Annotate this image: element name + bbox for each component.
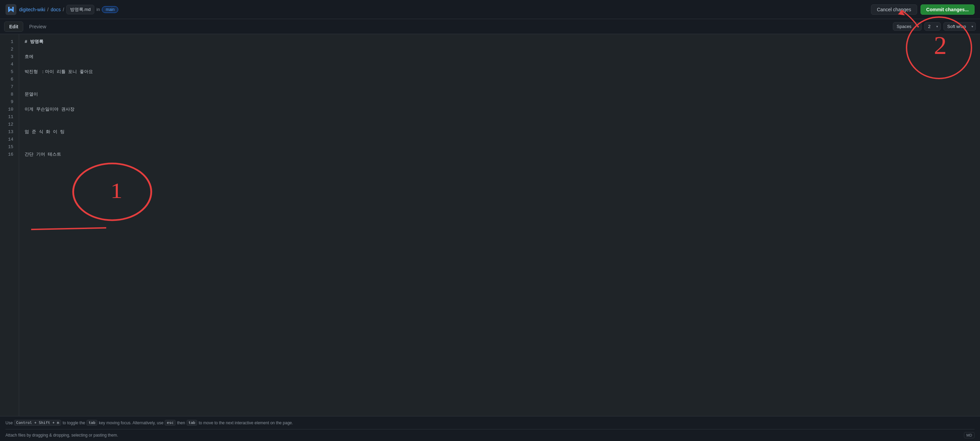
- editor-line: 흐에: [25, 53, 975, 61]
- markdown-icon: MD: [964, 432, 975, 438]
- commit-button[interactable]: Commit changes...: [921, 5, 975, 15]
- annotation-number-1: 1: [110, 178, 123, 202]
- hint-next: to move to the next interactive element …: [199, 420, 293, 425]
- annotation-underline: [31, 228, 106, 229]
- site-logo: [5, 4, 16, 15]
- hint-use: Use: [5, 420, 13, 425]
- editor-line: [25, 98, 975, 106]
- tab-preview[interactable]: Preview: [24, 22, 51, 32]
- line-numbers: 12345678910111213141516: [0, 34, 19, 416]
- editor-line: # 방명록: [25, 38, 975, 46]
- tab-edit[interactable]: Edit: [4, 22, 23, 32]
- spaces-select-wrap: Spaces Tabs ▾: [893, 22, 921, 31]
- hint-then: then: [177, 420, 185, 425]
- sep2: /: [63, 7, 64, 12]
- editor-textarea[interactable]: # 방명록 흐에 박진형 ：마이 리틀 포니 좋아요 문열이 이게 무슨일이야 …: [19, 34, 980, 416]
- editor-line: [25, 136, 975, 143]
- footer: Use Control + Shift + m to toggle the ta…: [0, 416, 980, 441]
- footer-hint: Use Control + Shift + m to toggle the ta…: [5, 416, 975, 429]
- repo-link[interactable]: digitech-wiki: [19, 7, 45, 12]
- editor-line: 이게 무슨일이야 권사장: [25, 106, 975, 113]
- editor-line: [25, 143, 975, 151]
- sep1: /: [47, 7, 49, 12]
- editor-line: 엄 준 식 화 이 팅: [25, 128, 975, 136]
- kbd-esc: esc: [165, 420, 176, 426]
- editor-line: [25, 83, 975, 91]
- attach-label: Attach files by dragging & dropping, sel…: [5, 433, 118, 438]
- editor-line: [25, 61, 975, 68]
- softwrap-select[interactable]: Soft wrap No wrap: [943, 22, 976, 31]
- editor-line: [25, 46, 975, 53]
- hint-toggle: to toggle the: [62, 420, 85, 425]
- annotation-circle-1: [73, 163, 151, 220]
- header: digitech-wiki / docs / 방명록.md in main Ca…: [0, 0, 980, 19]
- kbd-tab: tab: [86, 420, 97, 426]
- indent-select[interactable]: 2 4 8: [924, 22, 941, 31]
- toolbar-options: Spaces Tabs ▾ 2 4 8 ▾ Soft wrap No wrap …: [893, 22, 976, 31]
- toolbar-tabs: Edit Preview: [4, 22, 51, 32]
- indent-select-wrap: 2 4 8 ▾: [924, 22, 941, 31]
- cancel-button[interactable]: Cancel changes: [871, 5, 917, 15]
- editor-toolbar: Edit Preview Spaces Tabs ▾ 2 4 8 ▾ Soft …: [0, 19, 980, 34]
- spaces-select[interactable]: Spaces Tabs: [893, 22, 921, 31]
- kbd-tab2: tab: [186, 420, 197, 426]
- filename: 방명록.md: [66, 5, 95, 14]
- branch-badge: main: [102, 6, 118, 13]
- docs-link[interactable]: docs: [51, 7, 61, 12]
- footer-attach: Attach files by dragging & dropping, sel…: [5, 429, 975, 441]
- editor-line: 간단 기어 테스트: [25, 151, 975, 159]
- header-right: Cancel changes Commit changes...: [871, 5, 975, 15]
- editor-line: 문열이: [25, 91, 975, 98]
- editor-line: [25, 76, 975, 83]
- editor-container: 12345678910111213141516 # 방명록 흐에 박진형 ：마이…: [0, 34, 980, 416]
- editor-line: 박진형 ：마이 리틀 포니 좋아요: [25, 68, 975, 76]
- header-left: digitech-wiki / docs / 방명록.md in main: [5, 4, 118, 15]
- breadcrumb: digitech-wiki / docs / 방명록.md in main: [19, 5, 118, 14]
- hint-focus: key moving focus. Alternatively, use: [99, 420, 163, 425]
- editor-line: [25, 113, 975, 121]
- in-label: in: [96, 7, 100, 12]
- kbd-ctrl-shift-m: Control + Shift + m: [14, 420, 61, 426]
- md-label: MD: [966, 433, 972, 437]
- editor-line: [25, 121, 975, 128]
- softwrap-select-wrap: Soft wrap No wrap ▾: [943, 22, 976, 31]
